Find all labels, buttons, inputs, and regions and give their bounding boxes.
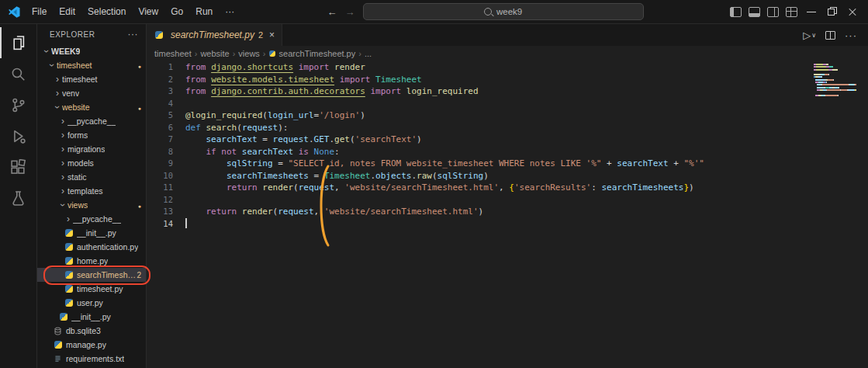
python-file-icon (64, 271, 74, 279)
close-icon[interactable] (846, 6, 860, 17)
explorer-icon[interactable] (0, 27, 37, 58)
menu-edit[interactable]: Edit (53, 6, 81, 17)
tree-item-website[interactable]: ›website● (37, 100, 146, 114)
breadcrumb-item[interactable]: ... (365, 49, 372, 58)
tree-item-label: __pycache__ (73, 214, 121, 224)
tree-item-timesheet[interactable]: ›timesheet (37, 72, 146, 86)
tree-item-forms[interactable]: ›forms (37, 128, 146, 142)
toggle-primary-sidebar-icon[interactable] (730, 7, 742, 17)
tree-item-requirements-txt[interactable]: requirements.txt (37, 352, 146, 366)
line-number: 4 (147, 98, 173, 110)
restore-icon[interactable] (825, 6, 839, 17)
tree-item-timesheet-py[interactable]: timesheet.py (37, 282, 146, 296)
chevron-down-icon: › (41, 47, 52, 56)
menu-more[interactable]: ··· (219, 6, 240, 17)
tab-close-icon[interactable]: × (269, 30, 275, 40)
python-file-icon (64, 243, 74, 251)
split-editor-icon[interactable] (825, 31, 835, 40)
code-line[interactable]: 2from website.models.timesheet import Ti… (147, 74, 868, 86)
source-control-icon[interactable] (1, 89, 36, 120)
tree-item-searchtimesheet-py[interactable]: searchTimesheet.py2 (37, 268, 146, 282)
tree-item-migrations[interactable]: ›migrations (37, 142, 146, 156)
run-dropdown-icon[interactable]: ∨ (811, 32, 816, 39)
tree-item-models[interactable]: ›models (37, 156, 146, 170)
tab-problems-badge: 2 (258, 30, 263, 40)
tree-item-week9[interactable]: ›WEEK9 (37, 44, 146, 58)
tree-item-manage-py[interactable]: manage.py (37, 338, 146, 352)
tree-item-label: home.py (77, 256, 108, 266)
editor-actions: ▷∨ ··· (803, 24, 868, 46)
customize-layout-icon[interactable] (786, 7, 797, 17)
tree-item-authentication-py[interactable]: authentication.py (37, 240, 146, 254)
breadcrumb: timesheet›website›views› searchTimesheet… (147, 46, 868, 61)
menu-file[interactable]: File (26, 6, 53, 17)
tree-item-pycache[interactable]: ›__pycache__ (37, 114, 146, 128)
explorer-more-button[interactable]: ··· (128, 29, 139, 40)
minimap[interactable] (814, 64, 859, 99)
search-icon[interactable] (1, 58, 36, 89)
minimize-icon[interactable] (804, 6, 818, 17)
search-value: week9 (496, 7, 522, 16)
tree-item-label: __pycache__ (67, 116, 116, 126)
tree-item-timesheet[interactable]: ›timesheet● (37, 58, 146, 72)
tree-item-label: WEEK9 (51, 47, 80, 56)
text-file-icon (53, 355, 63, 363)
line-number: 14 (147, 218, 173, 231)
code-line[interactable]: 4 (147, 98, 868, 110)
toggle-secondary-sidebar-icon[interactable] (767, 7, 779, 17)
menu-view[interactable]: View (132, 6, 164, 17)
tree-item-pycache[interactable]: ›__pycache__ (37, 212, 146, 226)
tree-item-init-py[interactable]: __init__.py (37, 310, 146, 324)
code-line[interactable]: 12 (147, 194, 868, 207)
tab-bar: searchTimesheet.py 2 × ▷∨ ··· (147, 24, 868, 46)
toggle-panel-icon[interactable] (749, 7, 760, 17)
run-debug-icon[interactable] (1, 120, 36, 151)
tree-item-home-py[interactable]: home.py (37, 254, 146, 268)
tree-item-user-py[interactable]: user.py (37, 296, 146, 310)
tree-item-db-sqlite3[interactable]: db.sqlite3 (37, 324, 146, 338)
code-editor[interactable]: 1from django.shortcuts import render2fro… (147, 61, 868, 368)
back-icon[interactable]: ← (327, 6, 337, 18)
tree-item-label: models (67, 158, 94, 168)
tree-item-templates[interactable]: ›templates (37, 184, 146, 198)
tree-item-label: requirements.txt (66, 354, 124, 363)
breadcrumb-timesheet[interactable]: timesheet (154, 49, 192, 58)
chevron-right-icon: › (58, 116, 67, 127)
tree-item-label: timesheet (62, 75, 98, 84)
code-line[interactable]: 8 if not searchText is None: (147, 146, 868, 158)
menu-go[interactable]: Go (164, 6, 189, 17)
code-line[interactable]: 5@login_required(login_url='/login') (147, 109, 868, 122)
code-line[interactable]: 11 return render(request, 'website/searc… (147, 182, 868, 194)
tab-label: searchTimesheet.py (171, 30, 254, 40)
breadcrumb-website[interactable]: website (200, 49, 229, 58)
tree-item-label: searchTimesheet.py (77, 270, 137, 279)
code-line[interactable]: 14 (147, 218, 868, 231)
tree-item-label: db.sqlite3 (66, 326, 101, 335)
python-file-icon (154, 31, 164, 39)
command-center-search[interactable]: week9 (363, 3, 644, 20)
tree-item-views[interactable]: ›views● (37, 198, 146, 212)
menu-run[interactable]: Run (189, 6, 219, 17)
tree-item-init-py[interactable]: __init__.py (37, 226, 146, 240)
forward-icon[interactable]: → (345, 6, 355, 18)
breadcrumb-searchtimesheet-py[interactable]: searchTimesheet.py (269, 49, 356, 58)
code-line[interactable]: 9 sqlString = "SELECT id, notes FROM web… (147, 158, 868, 170)
tree-item-label: timesheet (57, 61, 92, 70)
code-line[interactable]: 6def search(request): (147, 122, 868, 134)
tree-item-static[interactable]: ›static (37, 170, 146, 184)
menu-selection[interactable]: Selection (81, 6, 132, 17)
code-line[interactable]: 1from django.shortcuts import render (147, 61, 868, 74)
run-button[interactable]: ▷∨ (803, 30, 816, 41)
tree-item-venv[interactable]: ›venv (37, 86, 146, 100)
activity-bar (0, 24, 37, 368)
breadcrumb-views[interactable]: views (238, 49, 260, 58)
editor-more-icon[interactable]: ··· (845, 30, 857, 41)
testing-icon[interactable] (1, 182, 36, 214)
extensions-icon[interactable] (1, 151, 36, 182)
code-line[interactable]: 7 searchText = request.GET.get('searchTe… (147, 134, 868, 146)
code-line[interactable]: 13 return render(request, 'website/searc… (147, 206, 868, 218)
code-line[interactable]: 10 searchTimesheets = Timesheet.objects.… (147, 170, 868, 182)
tab-searchtimesheet[interactable]: searchTimesheet.py 2 × (147, 24, 282, 46)
vscode-logo-icon (0, 5, 26, 19)
code-line[interactable]: 3from django.contrib.auth.decorators imp… (147, 85, 868, 98)
